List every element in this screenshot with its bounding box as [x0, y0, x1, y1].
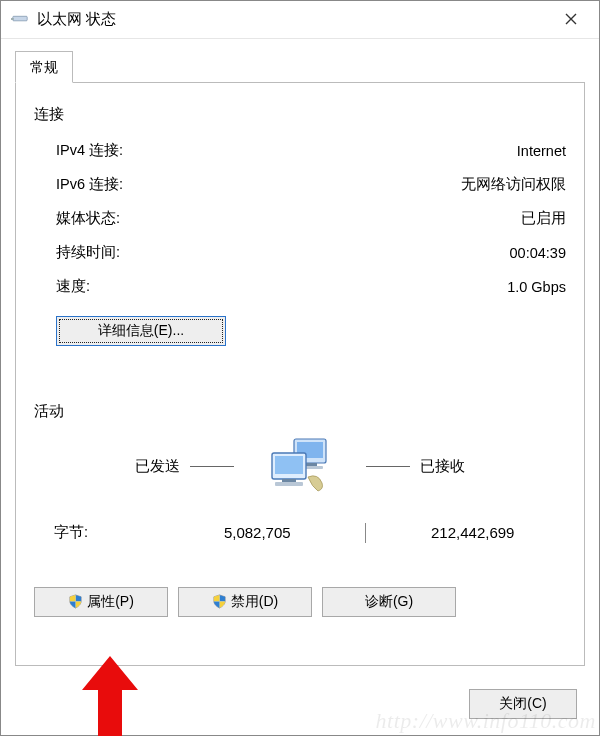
duration-value: 00:04:39 [510, 245, 566, 261]
close-button[interactable]: 关闭(C) [469, 689, 577, 719]
recv-line [366, 466, 410, 467]
ipv6-value: 无网络访问权限 [461, 175, 566, 194]
shield-icon [212, 594, 227, 609]
row-media-state: 媒体状态: 已启用 [56, 202, 566, 236]
svg-rect-8 [282, 479, 296, 482]
sent-label: 已发送 [135, 457, 180, 476]
vertical-divider [365, 523, 366, 543]
activity-visual: 已发送 [34, 433, 566, 501]
ipv4-value: Internet [517, 143, 566, 159]
speed-value: 1.0 Gbps [507, 279, 566, 295]
tab-general[interactable]: 常规 [15, 51, 73, 83]
action-buttons: 属性(P) 禁用(D) [34, 587, 566, 617]
diagnose-button[interactable]: 诊断(G) [322, 587, 456, 617]
tab-panel-general: 连接 IPv4 连接: Internet IPv6 连接: 无网络访问权限 媒体… [15, 82, 585, 666]
disable-button-label: 禁用(D) [231, 593, 278, 611]
bytes-label: 字节: [40, 523, 170, 542]
ethernet-status-window: 以太网 状态 常规 连接 IPv4 连接: Internet IPv6 连接: … [0, 0, 600, 736]
tabstrip: 常规 [15, 51, 585, 83]
bytes-sent-value: 5,082,705 [170, 524, 345, 541]
section-activity-label: 活动 [34, 402, 566, 421]
received-label: 已接收 [420, 457, 465, 476]
titlebar: 以太网 状态 [1, 1, 599, 39]
svg-rect-1 [11, 18, 14, 20]
activity-section: 活动 已发送 [34, 402, 566, 617]
dialog-footer: 关闭(C) [1, 674, 599, 735]
content-area: 常规 连接 IPv4 连接: Internet IPv6 连接: 无网络访问权限… [1, 39, 599, 674]
properties-button[interactable]: 属性(P) [34, 587, 168, 617]
row-ipv4: IPv4 连接: Internet [56, 134, 566, 168]
ipv6-label: IPv6 连接: [56, 175, 123, 194]
bytes-received-value: 212,442,699 [386, 524, 561, 541]
row-ipv6: IPv6 连接: 无网络访问权限 [56, 168, 566, 202]
sent-line [190, 466, 234, 467]
row-speed: 速度: 1.0 Gbps [56, 270, 566, 304]
duration-label: 持续时间: [56, 243, 120, 262]
properties-button-label: 属性(P) [87, 593, 134, 611]
media-state-label: 媒体状态: [56, 209, 120, 228]
section-connection-label: 连接 [34, 105, 566, 124]
disable-button[interactable]: 禁用(D) [178, 587, 312, 617]
diagnose-button-label: 诊断(G) [365, 593, 413, 611]
bytes-row: 字节: 5,082,705 212,442,699 [34, 523, 566, 543]
window-title: 以太网 状态 [37, 10, 551, 29]
svg-rect-7 [275, 456, 303, 474]
window-close-button[interactable] [551, 4, 591, 34]
svg-rect-9 [275, 482, 303, 486]
computers-icon [264, 433, 336, 501]
speed-label: 速度: [56, 277, 90, 296]
details-button[interactable]: 详细信息(E)... [56, 316, 226, 346]
shield-icon [68, 594, 83, 609]
network-adapter-icon [11, 13, 29, 25]
svg-rect-0 [13, 17, 27, 22]
media-state-value: 已启用 [521, 209, 566, 228]
connection-list: IPv4 连接: Internet IPv6 连接: 无网络访问权限 媒体状态:… [34, 134, 566, 304]
ipv4-label: IPv4 连接: [56, 141, 123, 160]
row-duration: 持续时间: 00:04:39 [56, 236, 566, 270]
